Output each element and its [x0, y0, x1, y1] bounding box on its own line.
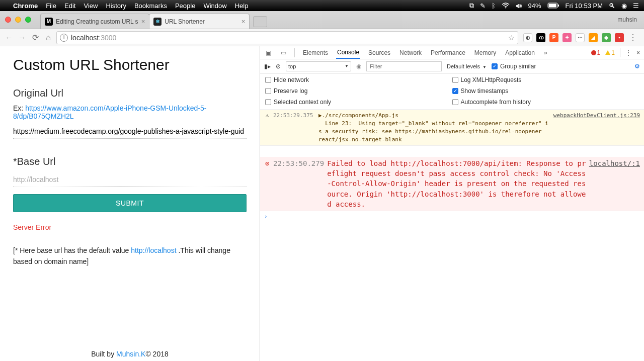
devtools-tab-application[interactable]: Application: [504, 46, 536, 59]
log-message: Failed to load http://localhost:7000/api…: [327, 158, 586, 209]
example-link[interactable]: https://www.amazon.com/Apple-iPhone-GSM-…: [13, 104, 206, 120]
nav-reload-button[interactable]: ⟳: [30, 33, 40, 43]
chrome-menu-icon[interactable]: ⋮: [628, 33, 638, 43]
devtools-tab-performance[interactable]: Performance: [430, 46, 466, 59]
note-link[interactable]: http://localhost: [131, 246, 176, 254]
page-content: Custom URL Shortener Original Url Ex: ht…: [0, 46, 260, 361]
warning-count-badge[interactable]: 1: [605, 49, 615, 56]
opt-autocomplete[interactable]: Autocomplete from history: [452, 99, 639, 106]
siri-icon[interactable]: ◉: [621, 2, 627, 10]
bookmark-star-icon[interactable]: ☆: [508, 34, 515, 42]
tab-close-icon[interactable]: ×: [141, 18, 145, 25]
dropbox-icon[interactable]: ⧉: [469, 2, 474, 10]
author-link[interactable]: Muhsin.K: [116, 350, 145, 358]
log-source-link[interactable]: webpackHotDevClient.js:239: [553, 112, 640, 120]
battery-icon[interactable]: [547, 3, 559, 9]
notification-center-icon[interactable]: ☰: [633, 2, 639, 10]
tab-close-icon[interactable]: ×: [242, 18, 246, 25]
base-url-input[interactable]: [13, 172, 247, 187]
browser-tab-1[interactable]: ⚛ URL Shortener ×: [149, 14, 250, 29]
opt-hide-network[interactable]: Hide network: [265, 76, 452, 83]
volume-icon[interactable]: 🔊︎: [516, 2, 522, 10]
address-bar[interactable]: i localhost:3000 ☆: [56, 31, 518, 44]
opt-selected-context[interactable]: Selected context only: [265, 99, 452, 106]
devtools-tab-memory[interactable]: Memory: [473, 46, 497, 59]
menu-people[interactable]: People: [175, 2, 195, 10]
ext-icon[interactable]: ◐: [523, 33, 532, 42]
opt-log-xhr[interactable]: Log XMLHttpRequests: [452, 76, 639, 83]
menu-history[interactable]: History: [106, 2, 126, 10]
console-warning-entry[interactable]: ⚠ 22:53:29.375 ▶./src/components/App.js …: [260, 110, 644, 146]
ext-icon[interactable]: P: [549, 33, 558, 42]
opt-preserve-log[interactable]: Preserve log: [265, 87, 452, 95]
nav-back-button[interactable]: ←: [4, 33, 14, 43]
group-similar-checkbox[interactable]: Group similar: [492, 63, 536, 70]
menu-help[interactable]: Help: [235, 2, 249, 10]
svg-rect-3: [558, 5, 559, 7]
tab-favicon: ⚛: [153, 18, 162, 26]
spotlight-icon[interactable]: 🔍︎: [609, 2, 615, 10]
error-message: Server Error: [13, 223, 247, 231]
console-sidebar-toggle-icon[interactable]: ▮▸: [264, 63, 271, 70]
chrome-profile[interactable]: muhsin: [617, 16, 637, 23]
clear-console-icon[interactable]: ⊘: [276, 63, 281, 70]
devtools-tab-elements[interactable]: Elements: [302, 46, 329, 59]
context-selector[interactable]: top▼: [286, 61, 351, 71]
tab-title: URL Shortener: [165, 18, 238, 25]
devtools-tab-console[interactable]: Console: [336, 46, 360, 59]
menu-window[interactable]: Window: [203, 2, 226, 10]
log-source-link[interactable]: localhost/:1: [589, 158, 640, 168]
svg-point-0: [505, 8, 506, 9]
ext-icon[interactable]: ✦: [562, 33, 572, 42]
console-error-entry[interactable]: ⊗ 22:53:50.279 Failed to load http://loc…: [260, 157, 644, 211]
browser-tab-0[interactable]: M Editing Creating custom URL s ×: [40, 14, 149, 29]
original-url-label: Original Url: [13, 87, 247, 99]
original-url-input[interactable]: [13, 124, 247, 139]
ext-icon[interactable]: ◆: [602, 33, 611, 42]
site-info-icon[interactable]: i: [60, 34, 68, 42]
menu-bookmarks[interactable]: Bookmarks: [134, 2, 167, 10]
warning-icon: ⚠: [264, 112, 270, 120]
live-expression-icon[interactable]: ◉: [356, 63, 361, 70]
page-footer: Built by Muhsin.K© 2018: [0, 350, 260, 358]
device-toolbar-icon[interactable]: ▭: [279, 48, 287, 58]
url-text: localhost:3000: [71, 34, 505, 42]
devtools-panel: ▣ ▭ Elements Console Sources Network Per…: [260, 46, 644, 361]
menubar-clock[interactable]: Fri 10:53 PM: [566, 2, 603, 10]
menu-edit[interactable]: Edit: [64, 2, 75, 10]
console-prompt[interactable]: ›: [260, 211, 644, 222]
menu-view[interactable]: View: [84, 2, 98, 10]
opt-show-timestamps[interactable]: Show timestamps: [452, 87, 639, 95]
submit-button[interactable]: SUBMIT: [13, 194, 247, 212]
base-url-label: *Base Url: [13, 156, 247, 167]
menu-app[interactable]: Chrome: [13, 2, 38, 10]
new-tab-button[interactable]: [253, 16, 267, 27]
error-count-badge[interactable]: 1: [591, 49, 601, 56]
evernote-icon[interactable]: ✎: [480, 2, 486, 10]
nav-home-button[interactable]: ⌂: [43, 33, 53, 43]
ext-icon[interactable]: ▪: [615, 33, 624, 42]
wifi-icon[interactable]: [502, 3, 510, 9]
tab-favicon: M: [45, 18, 53, 26]
bluetooth-icon[interactable]: ᛒ: [492, 2, 496, 10]
window-controls: [5, 17, 31, 23]
window-close-button[interactable]: [5, 17, 11, 23]
devtools-tab-network[interactable]: Network: [398, 46, 423, 59]
inspect-element-icon[interactable]: ▣: [264, 48, 272, 58]
window-minimize-button[interactable]: [15, 17, 21, 23]
log-message: ▶./src/components/App.js Line 23: Using …: [318, 112, 550, 144]
devtools-close-icon[interactable]: ×: [636, 49, 640, 56]
devtools-menu-icon[interactable]: ⋮: [625, 49, 631, 56]
window-zoom-button[interactable]: [25, 17, 31, 23]
menu-file[interactable]: File: [46, 2, 56, 10]
devtools-tab-sources[interactable]: Sources: [367, 46, 391, 59]
ext-icon[interactable]: ന: [536, 33, 545, 42]
ext-icon[interactable]: ◢: [589, 33, 598, 42]
devtools-tab-more-icon[interactable]: »: [543, 46, 548, 59]
ext-icon[interactable]: ⋯: [576, 33, 585, 42]
console-filter-input[interactable]: [366, 61, 442, 71]
console-settings-icon[interactable]: ⚙: [634, 63, 640, 70]
log-levels-dropdown[interactable]: Default levels ▼: [447, 63, 487, 69]
extension-icons: ◐ ന P ✦ ⋯ ◢ ◆ ▪ ⋮: [521, 33, 640, 43]
nav-forward-button[interactable]: →: [17, 33, 27, 43]
